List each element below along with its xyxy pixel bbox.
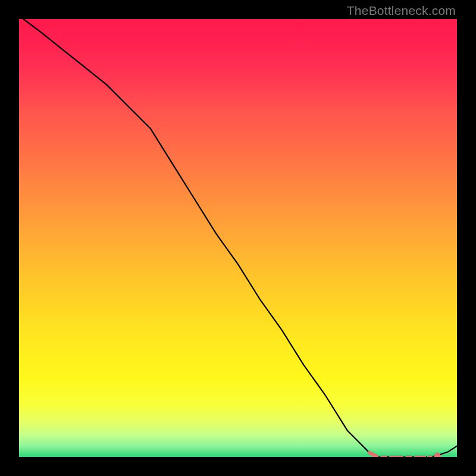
chart-frame: TheBottleneck.com [0,0,476,476]
chart-plot-area [19,19,457,457]
watermark-text: TheBottleneck.com [347,4,456,18]
chart-svg [19,19,457,457]
gradient-background [19,19,457,457]
